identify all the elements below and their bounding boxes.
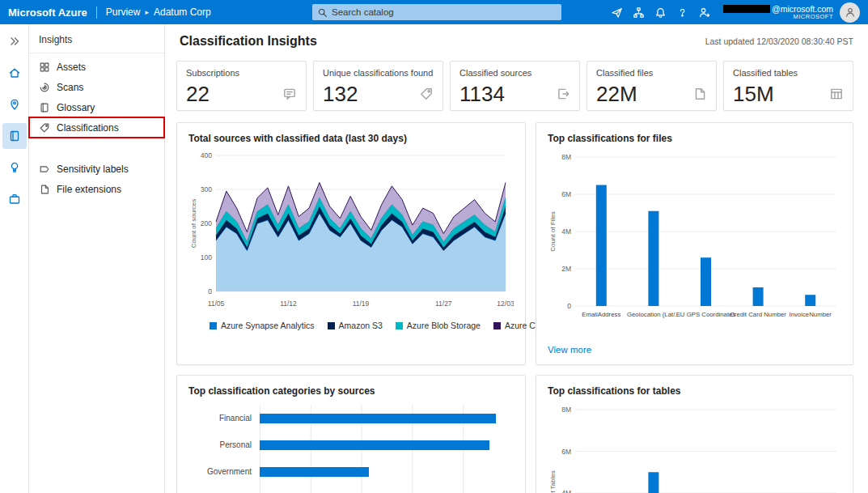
org-button[interactable] — [628, 0, 650, 24]
chevrons-icon — [8, 35, 21, 48]
rail-management[interactable] — [2, 186, 27, 212]
hbar-category-label: Government — [188, 458, 260, 485]
label2-icon — [39, 164, 50, 175]
legend-item: Amazon S3 — [328, 321, 383, 330]
stat-icon-wrap — [419, 87, 434, 104]
card-categories-by-sources: Top classification categories by sources… — [176, 375, 526, 493]
svg-text:6M: 6M — [561, 448, 571, 456]
hbar-track — [260, 458, 514, 485]
feedback-button[interactable] — [693, 0, 715, 24]
tag-icon — [39, 122, 50, 134]
page-body: Insights AssetsScansGlossaryClassificati… — [0, 24, 868, 493]
rail-home[interactable] — [2, 60, 27, 86]
stat-card-classified-tables: Classified tables15M — [723, 61, 853, 111]
sidebar-item-sensitivity-labels[interactable]: Sensitivity labels — [29, 159, 164, 179]
sidebar-item-glossary[interactable]: Glossary — [29, 97, 164, 117]
sidebar-spacer — [29, 138, 164, 159]
stat-icon-wrap — [556, 87, 570, 104]
sidebar-item-scans[interactable]: Scans — [29, 77, 164, 97]
svg-text:2M: 2M — [561, 265, 571, 273]
page-title: Classification Insights — [180, 34, 317, 49]
svg-text:EmailAddress: EmailAddress — [582, 311, 620, 318]
legend-swatch — [328, 322, 335, 329]
rail-insights[interactable] — [2, 155, 27, 181]
stat-value: 22 — [186, 83, 210, 104]
stat-label: Classified files — [596, 68, 707, 78]
svg-text:11/27: 11/27 — [435, 300, 452, 308]
legend-item: Azure Blob Storage — [396, 321, 481, 330]
svg-text:6M: 6M — [561, 190, 571, 198]
hbar-category-label: Security — [188, 485, 260, 493]
help-icon — [676, 6, 688, 19]
bell-button[interactable] — [650, 0, 671, 24]
sidebar-item-label: Glossary — [57, 102, 95, 113]
hbar-track — [260, 405, 514, 431]
hbar-track — [260, 431, 514, 458]
export-icon — [556, 87, 570, 101]
svg-text:0: 0 — [208, 287, 212, 295]
stat-value: 1134 — [459, 83, 505, 104]
stat-label: Classified sources — [459, 68, 570, 78]
file-icon — [39, 184, 50, 195]
hbar-bar — [260, 440, 489, 450]
svg-text:4M: 4M — [561, 227, 571, 236]
stat-icon-wrap — [829, 87, 844, 104]
breadcrumb-app[interactable]: Purview — [106, 6, 141, 18]
breadcrumb-org[interactable]: Adatum Corp — [154, 6, 211, 18]
case-icon — [8, 193, 21, 206]
help-button[interactable] — [671, 0, 693, 24]
brand-logo[interactable]: Microsoft Azure — [8, 6, 87, 19]
svg-text:0: 0 — [567, 302, 571, 310]
rail-catalog[interactable] — [2, 123, 27, 149]
left-rail — [0, 24, 29, 493]
tag-icon — [419, 87, 434, 101]
send-button[interactable] — [606, 0, 628, 24]
home-icon — [8, 66, 21, 79]
chart-title-categories: Top classification categories by sources — [188, 385, 514, 397]
last-updated: Last updated 12/03/2020 08:30:40 PST — [705, 36, 853, 46]
hbar-track — [260, 485, 514, 493]
sidebar-item-label: Scans — [57, 82, 83, 93]
avatar[interactable] — [840, 2, 860, 23]
legend-item: Azure Synapse Analytics — [210, 321, 315, 330]
hbar-row-security: Security — [188, 485, 514, 493]
stat-card-classified-files: Classified files22M — [586, 61, 717, 111]
sidebar-item-classifications[interactable]: Classifications — [29, 117, 164, 138]
sidebar-item-label: File extensions — [57, 184, 121, 195]
rail-expand[interactable] — [2, 28, 27, 54]
bulb-icon — [8, 161, 21, 174]
stat-icon-wrap — [282, 87, 297, 104]
view-more-link[interactable]: View more — [548, 345, 591, 355]
file-icon — [692, 87, 707, 101]
svg-text:EU GPS Coordinates: EU GPS Coordinates — [676, 311, 736, 318]
svg-text:200: 200 — [201, 219, 212, 227]
sidebar-item-assets[interactable]: Assets — [29, 57, 164, 77]
hbar-category-label: Financial — [188, 405, 260, 431]
stat-value: 132 — [323, 83, 358, 104]
sidebar-item-label: Sensitivity labels — [57, 164, 129, 175]
rail-sources[interactable] — [2, 91, 27, 117]
person-icon — [845, 6, 856, 18]
hbar-row-personal: Personal — [188, 431, 514, 458]
svg-text:11/05: 11/05 — [208, 300, 225, 308]
stat-card-unique-classifications-found: Unique classifications found132 — [313, 61, 443, 111]
stat-value: 22M — [596, 83, 637, 104]
legend-label: Azure Synapse Analytics — [221, 321, 315, 330]
account-email: @microsoft.com — [772, 4, 833, 14]
catalog-search-input[interactable] — [332, 7, 557, 17]
book-icon — [8, 130, 21, 142]
screen: Microsoft Azure Purview ▸ Adatum Corp @m… — [0, 0, 868, 493]
svg-text:Geolocation (Lat/...: Geolocation (Lat/... — [627, 311, 680, 318]
stat-card-subscriptions: Subscriptions22 — [176, 61, 307, 111]
svg-text:8M: 8M — [561, 406, 571, 414]
hbar-row-government: Government — [188, 458, 514, 485]
search-icon — [317, 7, 328, 18]
svg-text:100: 100 — [201, 253, 212, 261]
bell-icon — [654, 6, 667, 19]
sidebar-item-file-extensions[interactable]: File extensions — [29, 179, 164, 199]
card-top-classifications-tables: Top classifications for tables 02M4M6M8M… — [536, 375, 853, 493]
stat-card-classified-sources: Classified sources1134 — [450, 61, 580, 111]
svg-text:400: 400 — [201, 151, 212, 159]
stat-label: Classified tables — [733, 68, 844, 78]
feedback-icon — [698, 6, 710, 19]
